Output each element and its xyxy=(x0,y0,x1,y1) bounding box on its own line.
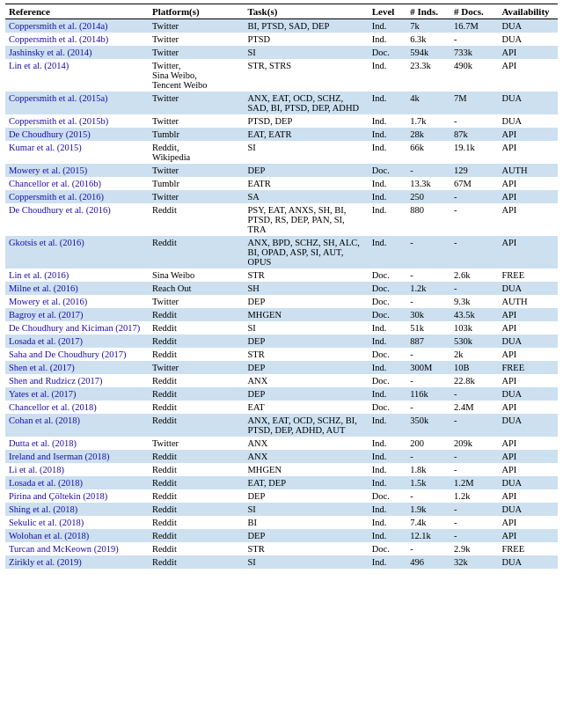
cell-inds: 30k xyxy=(406,308,450,321)
cell-platform: Reddit xyxy=(149,503,245,516)
cell-avail: API xyxy=(498,529,558,542)
cell-level: Doc. xyxy=(369,268,406,282)
cell-docs: 43.5k xyxy=(450,308,498,321)
cell-inds: - xyxy=(406,348,450,361)
cell-task: EAT xyxy=(245,401,369,414)
cell-level: Doc. xyxy=(369,282,406,295)
cell-task: SI xyxy=(245,321,369,335)
cell-reference: Turcan and McKeown (2019) xyxy=(5,542,149,555)
cell-docs: 87k xyxy=(450,128,498,141)
cell-inds: 1.5k xyxy=(406,476,450,489)
table-row: Coppersmith et al. (2015b)TwitterPTSD, D… xyxy=(5,114,558,128)
cell-level: Ind. xyxy=(369,555,406,569)
cell-reference: Lin et al. (2016) xyxy=(5,268,149,282)
header-task: Task(s) xyxy=(245,4,369,19)
cell-docs: 103k xyxy=(450,321,498,335)
cell-inds: 350k xyxy=(406,414,450,437)
cell-reference: Coppersmith et al. (2015b) xyxy=(5,114,149,128)
table-row: Milne et al. (2016)Reach OutSHDoc.1.2k-D… xyxy=(5,282,558,295)
cell-platform: Twitter xyxy=(149,33,245,46)
cell-docs: 129 xyxy=(450,164,498,177)
cell-avail: AUTH xyxy=(498,295,558,308)
cell-docs: 209k xyxy=(450,437,498,450)
cell-avail: API xyxy=(498,46,558,59)
cell-docs: - xyxy=(450,33,498,46)
cell-inds: 250 xyxy=(406,190,450,203)
cell-reference: Shing et al. (2018) xyxy=(5,503,149,516)
cell-level: Ind. xyxy=(369,114,406,128)
cell-inds: 6.3k xyxy=(406,33,450,46)
cell-inds: 887 xyxy=(406,335,450,348)
cell-inds: 116k xyxy=(406,387,450,401)
cell-inds: 7.4k xyxy=(406,516,450,529)
cell-task: PTSD xyxy=(245,33,369,46)
cell-docs: - xyxy=(450,463,498,476)
cell-inds: 496 xyxy=(406,555,450,569)
cell-avail: API xyxy=(498,463,558,476)
cell-level: Doc. xyxy=(369,348,406,361)
cell-level: Doc. xyxy=(369,46,406,59)
cell-reference: De Choudhury and Kiciman (2017) xyxy=(5,321,149,335)
cell-task: ANX, EAT, OCD, SCHZ, SAD, BI, PTSD, DEP,… xyxy=(245,92,369,114)
cell-docs: - xyxy=(450,387,498,401)
cell-reference: Shen et al. (2017) xyxy=(5,361,149,374)
cell-avail: DUA xyxy=(498,19,558,33)
cell-avail: API xyxy=(498,308,558,321)
main-container: Reference Platform(s) Task(s) Level # In… xyxy=(0,0,563,572)
table-row: Chancellor et al. (2018)RedditEATDoc.-2.… xyxy=(5,401,558,414)
cell-level: Doc. xyxy=(369,542,406,555)
cell-task: SI xyxy=(245,46,369,59)
cell-task: BI, PTSD, SAD, DEP xyxy=(245,19,369,33)
cell-task: DEP xyxy=(245,335,369,348)
cell-docs: 2k xyxy=(450,348,498,361)
cell-level: Ind. xyxy=(369,414,406,437)
cell-task: DEP xyxy=(245,361,369,374)
cell-inds: - xyxy=(406,489,450,503)
cell-task: SI xyxy=(245,141,369,164)
table-row: De Choudhury and Kiciman (2017)RedditSII… xyxy=(5,321,558,335)
cell-avail: DUA xyxy=(498,503,558,516)
cell-inds: 1.7k xyxy=(406,114,450,128)
cell-platform: Twitter,Sina Weibo,Tencent Weibo xyxy=(149,59,245,92)
cell-reference: Mowery et al. (2015) xyxy=(5,164,149,177)
cell-level: Ind. xyxy=(369,387,406,401)
cell-level: Ind. xyxy=(369,141,406,164)
cell-reference: Chancellor et al. (2016b) xyxy=(5,177,149,190)
table-row: De Choudhury et al. (2016)RedditPSY, EAT… xyxy=(5,203,558,236)
cell-task: ANX xyxy=(245,374,369,387)
cell-reference: Li et al. (2018) xyxy=(5,463,149,476)
cell-platform: Reddit xyxy=(149,203,245,236)
cell-avail: DUA xyxy=(498,476,558,489)
cell-level: Ind. xyxy=(369,33,406,46)
cell-level: Doc. xyxy=(369,401,406,414)
cell-reference: Coppersmith et al. (2014a) xyxy=(5,19,149,33)
cell-docs: - xyxy=(450,503,498,516)
cell-inds: 1.8k xyxy=(406,463,450,476)
cell-task: MHGEN xyxy=(245,463,369,476)
table-row: Losada et al. (2018)RedditEAT, DEPInd.1.… xyxy=(5,476,558,489)
cell-avail: API xyxy=(498,437,558,450)
cell-platform: Reddit xyxy=(149,348,245,361)
cell-reference: Yates et al. (2017) xyxy=(5,387,149,401)
cell-task: STR xyxy=(245,268,369,282)
cell-platform: Reddit xyxy=(149,374,245,387)
table-row: Dutta et al. (2018)TwitterANXInd.200209k… xyxy=(5,437,558,450)
cell-level: Ind. xyxy=(369,128,406,141)
cell-platform: Reddit xyxy=(149,401,245,414)
cell-task: SH xyxy=(245,282,369,295)
table-row: Coppersmith et al. (2014a)TwitterBI, PTS… xyxy=(5,19,558,33)
cell-platform: Twitter xyxy=(149,114,245,128)
cell-level: Ind. xyxy=(369,321,406,335)
cell-avail: API xyxy=(498,374,558,387)
cell-docs: 2.6k xyxy=(450,268,498,282)
cell-task: PTSD, DEP xyxy=(245,114,369,128)
cell-platform: Twitter xyxy=(149,437,245,450)
cell-level: Ind. xyxy=(369,503,406,516)
cell-avail: DUA xyxy=(498,282,558,295)
cell-inds: 880 xyxy=(406,203,450,236)
table-row: Cohan et al. (2018)RedditANX, EAT, OCD, … xyxy=(5,414,558,437)
cell-reference: Zirikly et al. (2019) xyxy=(5,555,149,569)
cell-task: STR xyxy=(245,348,369,361)
cell-reference: Bagroy et al. (2017) xyxy=(5,308,149,321)
cell-platform: Reddit xyxy=(149,335,245,348)
